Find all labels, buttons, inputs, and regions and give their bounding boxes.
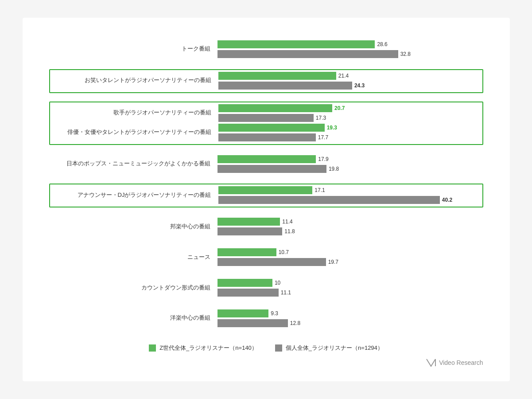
green-bar-row: 21.4 <box>218 71 482 80</box>
bar-row: カウントダウン形式の番組1011.1 <box>49 278 483 297</box>
green-bar-value: 17.9 <box>318 156 328 162</box>
bar-row: 邦楽中心の番組11.411.8 <box>49 217 483 236</box>
gray-bar <box>217 227 283 235</box>
gray-bar-value: 24.3 <box>354 82 365 89</box>
green-bar-value: 28.6 <box>377 41 387 47</box>
bar-row: ニュース10.719.7 <box>49 248 483 266</box>
green-bar <box>218 124 325 132</box>
gray-bar-row: 12.8 <box>217 319 483 328</box>
bar-label: トーク番組 <box>49 45 217 53</box>
bar-label: 洋楽中心の番組 <box>49 314 217 322</box>
gray-bar-row: 11.8 <box>217 227 483 236</box>
legend-color-gray <box>275 344 282 352</box>
bar-group: アナウンサー・DJがラジオパーソナリティーの番組17.140.2 <box>49 184 483 207</box>
green-bar-value: 10.7 <box>279 249 289 255</box>
bar-label: お笑いタレントがラジオパーソナリティーの番組 <box>50 77 218 84</box>
gray-bar <box>218 196 440 204</box>
gray-bar-row: 24.3 <box>218 81 482 90</box>
green-bar-value: 17.1 <box>315 187 325 193</box>
gray-bar-value: 11.8 <box>284 228 295 235</box>
green-bar <box>217 155 316 163</box>
green-bar <box>217 218 280 226</box>
gray-bar <box>218 82 352 90</box>
bar-label: 俳優・女優やタレントがラジオパーソナリティーの番組 <box>50 129 218 136</box>
gray-bar-value: 19.8 <box>329 166 339 172</box>
green-bar-value: 11.4 <box>282 219 292 225</box>
legend-item-gray: 個人全体_ラジオリスナー（n=1294） <box>275 344 383 352</box>
green-bar-value: 19.3 <box>327 125 337 131</box>
legend: Z世代全体_ラジオリスナー（n=140） 個人全体_ラジオリスナー（n=1294… <box>49 344 483 352</box>
bar-group: 邦楽中心の番組11.411.8 <box>49 216 483 238</box>
legend-color-green <box>149 344 156 352</box>
bar-label: 邦楽中心の番組 <box>49 223 217 231</box>
bar-row: 日本のポップス・ニューミュージックがよくかかる番組17.919.8 <box>49 155 483 173</box>
gray-bar <box>217 319 288 327</box>
bar-row: 洋楽中心の番組9.312.8 <box>49 309 483 328</box>
gray-bar-value: 12.8 <box>290 320 300 326</box>
green-bar <box>217 279 272 287</box>
branding: Video Research <box>49 357 483 368</box>
gray-bar-row: 40.2 <box>218 196 482 204</box>
gray-bar <box>217 258 326 266</box>
green-bar-value: 20.7 <box>334 105 345 111</box>
green-bar-value: 10 <box>275 280 280 286</box>
bar-row: 俳優・女優やタレントがラジオパーソナリティーの番組19.317.7 <box>50 123 482 142</box>
gray-bar-row: 17.3 <box>218 113 482 122</box>
gray-bar-value: 17.3 <box>316 115 326 121</box>
green-bar <box>217 309 269 317</box>
bar-group: ニュース10.719.7 <box>49 246 483 269</box>
gray-bar-value: 32.8 <box>400 51 411 57</box>
bar-label: アナウンサー・DJがラジオパーソナリティーの番組 <box>50 192 218 199</box>
gray-bar-value: 17.7 <box>318 134 328 141</box>
gray-bar-value: 11.1 <box>281 289 291 296</box>
green-bar <box>217 40 375 48</box>
bar-label: 歌手がラジオパーソナリティーの番組 <box>50 109 218 117</box>
bar-label: 日本のポップス・ニューミュージックがよくかかる番組 <box>49 160 217 168</box>
vr-logo-text: Video Research <box>439 359 483 366</box>
legend-label-gray: 個人全体_ラジオリスナー（n=1294） <box>286 344 383 352</box>
bar-row: 歌手がラジオパーソナリティーの番組20.717.3 <box>50 104 482 122</box>
gray-bar-row: 11.1 <box>217 288 483 297</box>
bar-row: アナウンサー・DJがラジオパーソナリティーの番組17.140.2 <box>50 186 482 204</box>
gray-bar <box>217 165 326 173</box>
gray-bar <box>217 289 279 297</box>
gray-bar <box>218 133 316 141</box>
green-bar-row: 11.4 <box>217 217 483 226</box>
legend-item-green: Z世代全体_ラジオリスナー（n=140） <box>149 344 257 352</box>
bar-label: ニュース <box>49 254 217 261</box>
gray-bar-row: 19.8 <box>217 164 483 173</box>
bar-group: カウントダウン形式の番組1011.1 <box>49 277 483 299</box>
green-bar-row: 10 <box>217 278 483 287</box>
bar-group: 日本のポップス・ニューミュージックがよくかかる番組17.919.8 <box>49 153 483 176</box>
gray-bar-row: 32.8 <box>217 50 483 59</box>
green-bar-row: 17.1 <box>218 186 482 195</box>
vr-logo-icon <box>426 357 436 368</box>
gray-bar-row: 19.7 <box>217 258 483 266</box>
bar-row: お笑いタレントがラジオパーソナリティーの番組21.424.3 <box>50 71 482 90</box>
legend-label-green: Z世代全体_ラジオリスナー（n=140） <box>159 344 257 352</box>
green-bar-row: 17.9 <box>217 155 483 164</box>
bar-group: お笑いタレントがラジオパーソナリティーの番組21.424.3 <box>49 69 483 93</box>
green-bar <box>218 72 336 80</box>
bar-group: トーク番組28.632.8 <box>49 39 483 61</box>
gray-bar <box>218 114 314 122</box>
gray-bar-value: 40.2 <box>442 197 452 203</box>
green-bar <box>218 104 333 112</box>
bar-group: 歌手がラジオパーソナリティーの番組20.717.3俳優・女優やタレントがラジオパ… <box>49 102 483 145</box>
bar-group: 洋楽中心の番組9.312.8 <box>49 308 483 330</box>
bar-label: カウントダウン形式の番組 <box>49 284 217 292</box>
chart-area: トーク番組28.632.8お笑いタレントがラジオパーソナリティーの番組21.42… <box>49 35 483 335</box>
green-bar-value: 21.4 <box>338 73 349 79</box>
green-bar-row: 10.7 <box>217 248 483 257</box>
green-bar-row: 19.3 <box>218 123 482 132</box>
green-bar-value: 9.3 <box>271 310 278 317</box>
green-bar-row: 20.7 <box>218 104 482 113</box>
bar-row: トーク番組28.632.8 <box>49 40 483 59</box>
vr-logo: Video Research <box>426 357 483 368</box>
green-bar <box>218 186 313 194</box>
green-bar-row: 9.3 <box>217 309 483 318</box>
green-bar <box>217 248 276 256</box>
green-bar-row: 28.6 <box>217 40 483 49</box>
gray-bar-row: 17.7 <box>218 133 482 142</box>
gray-bar <box>217 50 398 58</box>
